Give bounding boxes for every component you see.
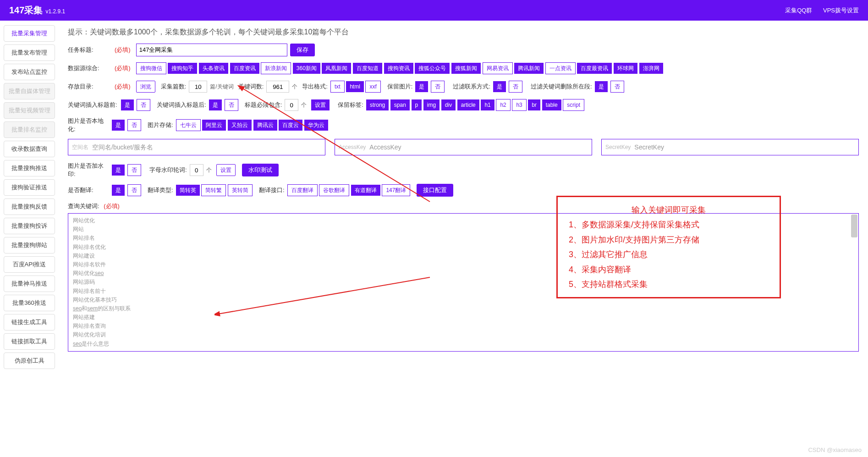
trans-api-tag-2[interactable]: 有道翻译 (351, 185, 380, 196)
trans-api-tag-0[interactable]: 百度翻译 (287, 184, 318, 196)
task-label: 任务标题: (68, 46, 109, 54)
header-links: 采集QQ群 VPS拨号设置 (776, 6, 859, 15)
sidebar-item-6[interactable]: 收录数据查询 (4, 141, 55, 157)
kw-before-yes[interactable]: 是 (121, 99, 134, 110)
source-tag-8[interactable]: 搜狗资讯 (384, 63, 413, 74)
sidebar: 批量采集管理批量发布管理发布站点监控批量自媒体管理批量短视频管理批量排名监控收录… (0, 21, 59, 374)
filter-contact-no[interactable]: 否 (509, 81, 522, 93)
source-tag-1[interactable]: 搜狗知乎 (168, 63, 197, 74)
keep-tag-1[interactable]: span (390, 99, 410, 110)
source-tag-15[interactable]: 环球网 (614, 63, 637, 74)
link-vps[interactable]: VPS拨号设置 (823, 7, 859, 14)
scrollbar-thumb[interactable] (851, 215, 857, 237)
trans-api-tag-3[interactable]: 147翻译 (382, 184, 410, 196)
keep-tag-9[interactable]: br (528, 99, 540, 110)
source-tag-3[interactable]: 百度资讯 (230, 63, 259, 74)
keep-tag-10[interactable]: table (542, 99, 561, 110)
kw-after-no[interactable]: 否 (225, 99, 238, 111)
keyword-line: seo是什么意思 (73, 340, 854, 348)
img-local-no[interactable]: 否 (127, 119, 141, 131)
trans-api-tag-1[interactable]: 谷歌翻译 (319, 184, 349, 196)
wm-yes[interactable]: 是 (112, 165, 125, 176)
wm-test-button[interactable]: 水印测试 (242, 164, 279, 176)
keep-tag-8[interactable]: h3 (512, 99, 526, 111)
link-qq[interactable]: 采集QQ群 (785, 7, 812, 14)
source-tag-11[interactable]: 网易资讯 (483, 62, 513, 74)
keep-tag-7[interactable]: h2 (496, 99, 510, 111)
title-must-set[interactable]: 设置 (311, 99, 330, 110)
keyword-line: 网站排名查询 (73, 322, 854, 330)
sidebar-item-0[interactable]: 批量采集管理 (4, 25, 55, 42)
keepimg-yes[interactable]: 是 (415, 81, 428, 92)
source-tag-13[interactable]: 一点资讯 (545, 62, 576, 74)
keep-tag-2[interactable]: p (412, 99, 422, 110)
source-tag-6[interactable]: 凤凰新闻 (322, 63, 351, 74)
format-tag-1[interactable]: html (346, 81, 364, 92)
wm-set-button[interactable]: 设置 (216, 164, 236, 176)
sidebar-item-14[interactable]: 批量360推送 (4, 295, 55, 311)
source-tag-2[interactable]: 头条资讯 (199, 63, 228, 74)
store-tag-3[interactable]: 腾讯云 (253, 120, 277, 131)
trans-yes[interactable]: 是 (112, 185, 125, 196)
source-tag-9[interactable]: 搜狐公众号 (415, 63, 450, 74)
sidebar-item-15[interactable]: 链接生成工具 (4, 314, 55, 330)
img-local-yes[interactable]: 是 (112, 120, 125, 131)
wm-no[interactable]: 否 (127, 164, 141, 176)
keep-tag-0[interactable]: strong (366, 99, 389, 110)
space-input[interactable] (92, 143, 321, 151)
keyword-textarea[interactable]: 网站优化网站网站排名网站排名优化网站建设网站排名软件网站优化seo网站源码网站排… (68, 213, 859, 352)
source-tag-7[interactable]: 百度知道 (353, 63, 382, 74)
save-button[interactable]: 保存 (290, 44, 315, 56)
store-tag-0[interactable]: 七牛云 (176, 119, 201, 131)
format-tag-0[interactable]: txt (330, 81, 345, 93)
source-tag-4[interactable]: 新浪新闻 (261, 62, 291, 74)
task-title-input[interactable] (136, 44, 287, 56)
keep-tag-4[interactable]: div (441, 99, 456, 110)
trans-type-tag-2[interactable]: 英转简 (228, 184, 253, 196)
sidebar-item-10[interactable]: 批量搜狗投诉 (4, 218, 55, 234)
keep-tag-11[interactable]: script (563, 99, 584, 111)
store-tag-5[interactable]: 华为云 (304, 120, 328, 131)
keep-tags-label: 保留标签: (338, 101, 363, 109)
sidebar-item-7[interactable]: 批量搜狗推送 (4, 160, 55, 176)
kw-after-yes[interactable]: 是 (209, 99, 222, 110)
store-tag-2[interactable]: 又拍云 (228, 120, 252, 131)
format-tag-2[interactable]: xxf (365, 81, 380, 93)
kwcount-input[interactable] (266, 81, 289, 93)
source-tag-5[interactable]: 360新闻 (293, 63, 320, 74)
keep-tag-6[interactable]: h1 (481, 99, 494, 110)
sidebar-item-16[interactable]: 链接抓取工具 (4, 333, 55, 350)
keepimg-no[interactable]: 否 (431, 81, 445, 93)
sidebar-item-8[interactable]: 搜狗验证推送 (4, 179, 55, 196)
sidebar-item-9[interactable]: 批量搜狗反馈 (4, 198, 55, 215)
count-input[interactable] (189, 81, 207, 93)
ak-input[interactable] (369, 143, 588, 151)
source-tag-14[interactable]: 百度最资讯 (577, 63, 612, 74)
wm-rot-input[interactable] (190, 164, 203, 176)
keep-tag-5[interactable]: article (457, 99, 479, 110)
sidebar-item-17[interactable]: 伪原创工具 (4, 352, 55, 369)
sidebar-item-13[interactable]: 批量神马推送 (4, 275, 55, 292)
trans-type-tag-1[interactable]: 简转繁 (201, 184, 226, 196)
browse-button[interactable]: 浏览 (136, 81, 155, 93)
sidebar-item-1[interactable]: 批量发布管理 (4, 44, 55, 61)
kw-before-no[interactable]: 否 (137, 99, 150, 111)
sidebar-item-12[interactable]: 百度API推送 (4, 256, 55, 273)
sidebar-item-2[interactable]: 发布站点监控 (4, 64, 55, 80)
trans-no[interactable]: 否 (127, 184, 141, 196)
source-tag-0[interactable]: 搜狗微信 (136, 62, 166, 74)
sidebar-item-11[interactable]: 批量搜狗绑站 (4, 237, 55, 253)
title-must-input[interactable] (285, 99, 298, 111)
store-tag-4[interactable]: 百度云 (279, 120, 302, 131)
source-tag-10[interactable]: 搜狐新闻 (451, 63, 481, 74)
api-config-button[interactable]: 接口配置 (417, 184, 453, 197)
filter-kw-yes[interactable]: 是 (595, 81, 608, 92)
filter-contact-yes[interactable]: 是 (493, 81, 506, 92)
source-tag-12[interactable]: 腾讯新闻 (514, 63, 544, 74)
sk-input[interactable] (634, 143, 855, 151)
keep-tag-3[interactable]: img (423, 99, 439, 110)
store-tag-1[interactable]: 阿里云 (202, 120, 226, 131)
trans-type-tag-0[interactable]: 简转英 (176, 185, 200, 196)
filter-kw-no[interactable]: 否 (610, 81, 624, 93)
source-tag-16[interactable]: 澎湃网 (639, 63, 663, 74)
